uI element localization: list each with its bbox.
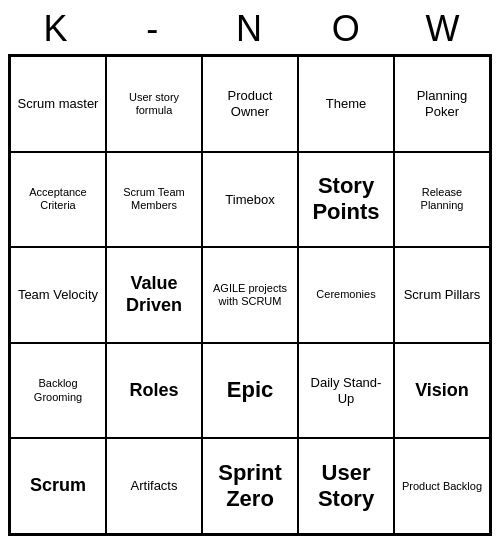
bingo-grid: Scrum masterUser story formulaProduct Ow… xyxy=(8,54,492,536)
bingo-cell-24: Product Backlog xyxy=(394,438,490,534)
bingo-cell-8: Story Points xyxy=(298,152,394,248)
title-letter-w: W xyxy=(395,8,492,50)
bingo-cell-1: User story formula xyxy=(106,56,202,152)
bingo-cell-2: Product Owner xyxy=(202,56,298,152)
bingo-cell-17: Epic xyxy=(202,343,298,439)
bingo-cell-13: Ceremonies xyxy=(298,247,394,343)
title-letter-o: O xyxy=(298,8,395,50)
bingo-cell-11: Value Driven xyxy=(106,247,202,343)
title-row: K - N O W xyxy=(8,8,492,50)
bingo-cell-14: Scrum Pillars xyxy=(394,247,490,343)
bingo-cell-9: Release Planning xyxy=(394,152,490,248)
title-letter-dash: - xyxy=(105,8,202,50)
title-letter-n: N xyxy=(202,8,299,50)
title-letter-k: K xyxy=(8,8,105,50)
bingo-cell-18: Daily Stand-Up xyxy=(298,343,394,439)
bingo-cell-3: Theme xyxy=(298,56,394,152)
bingo-cell-0: Scrum master xyxy=(10,56,106,152)
bingo-cell-19: Vision xyxy=(394,343,490,439)
bingo-cell-12: AGILE projects with SCRUM xyxy=(202,247,298,343)
bingo-cell-16: Roles xyxy=(106,343,202,439)
bingo-cell-21: Artifacts xyxy=(106,438,202,534)
bingo-cell-20: Scrum xyxy=(10,438,106,534)
bingo-cell-6: Scrum Team Members xyxy=(106,152,202,248)
bingo-cell-23: User Story xyxy=(298,438,394,534)
bingo-cell-4: Planning Poker xyxy=(394,56,490,152)
bingo-cell-15: Backlog Grooming xyxy=(10,343,106,439)
bingo-cell-22: Sprint Zero xyxy=(202,438,298,534)
bingo-cell-7: Timebox xyxy=(202,152,298,248)
bingo-cell-5: Acceptance Criteria xyxy=(10,152,106,248)
bingo-cell-10: Team Velocity xyxy=(10,247,106,343)
